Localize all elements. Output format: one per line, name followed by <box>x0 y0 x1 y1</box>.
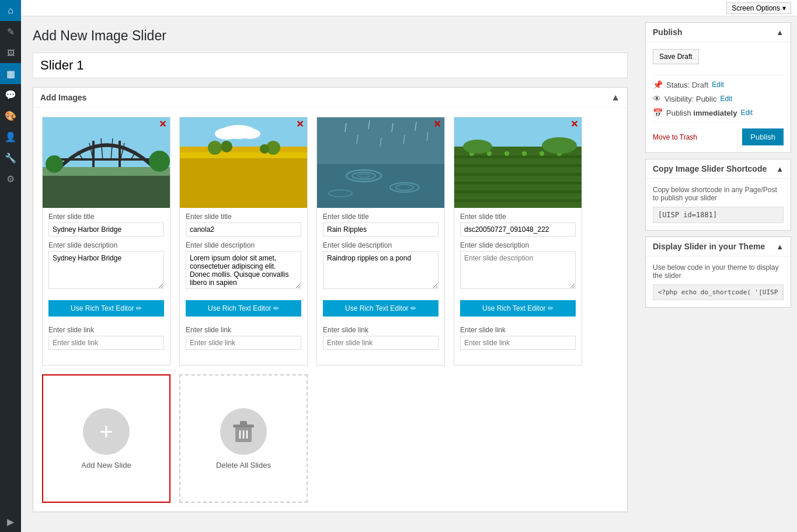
rte-button-3[interactable]: Use Rich Text Editor ✏ <box>323 300 438 317</box>
rte-button-2[interactable]: Use Rich Text Editor ✏ <box>186 300 301 317</box>
slide-remove-button-4[interactable]: ✕ <box>570 120 578 129</box>
visibility-eye-icon: 👁 <box>653 94 661 103</box>
comments-icon: 💬 <box>5 89 16 100</box>
add-new-slide-label: Add New Slide <box>81 461 131 470</box>
svg-rect-47 <box>454 190 582 193</box>
publish-actions-row: Move to Trash Publish <box>653 128 784 145</box>
slide-remove-button-2[interactable]: ✕ <box>296 120 304 129</box>
sidebar-item-settings[interactable]: ⚙ <box>0 168 21 189</box>
svg-point-52 <box>522 151 527 156</box>
slide-card: ✕ Enter slide title Enter slide descript… <box>179 117 308 366</box>
slide-link-input-4[interactable] <box>460 336 576 350</box>
slide-remove-button-1[interactable]: ✕ <box>159 120 166 129</box>
visibility-edit-link[interactable]: Edit <box>720 95 732 103</box>
slide-link-input-3[interactable] <box>323 336 438 350</box>
theme-code-value[interactable]: <?php echo do_shortcode( '[UISP id=1881 <box>653 284 784 300</box>
status-edit-link[interactable]: Edit <box>712 81 724 89</box>
screen-options-chevron-icon: ▾ <box>782 4 786 12</box>
dashboard-icon: ⌂ <box>8 5 13 16</box>
panel-body: ✕ Enter slide title Enter slide descript… <box>33 108 627 512</box>
svg-rect-44 <box>454 164 582 167</box>
theme-panel-collapse-icon[interactable]: ▲ <box>776 242 784 251</box>
visibility-row: 👁 Visibility: Public Edit <box>653 94 784 103</box>
sidebar-item-dashboard[interactable]: ⌂ <box>0 0 21 21</box>
slide-card: ✕ Enter slide title Enter slide descript… <box>454 117 582 366</box>
status-label: Status: Draft <box>666 81 708 89</box>
svg-point-12 <box>46 155 63 173</box>
publish-button[interactable]: Publish <box>742 128 784 145</box>
publish-time-edit-link[interactable]: Edit <box>740 109 753 117</box>
sidebar-item-collapse[interactable]: ▶ <box>0 511 21 532</box>
slide-title-label-2: Enter slide title <box>186 213 301 221</box>
sidebar-item-slider[interactable]: ▦ <box>0 63 21 84</box>
screen-options-button[interactable]: Screen Options ▾ <box>726 2 791 14</box>
slide-title-input-2[interactable] <box>186 222 301 237</box>
slide-card: ✕ Enter slide title Enter slide descript… <box>42 117 170 366</box>
content-area: Add New Image Slider Add Images ▲ <box>21 16 797 532</box>
sidebar-item-media[interactable]: 🖼 <box>0 42 21 63</box>
slide-desc-textarea-1[interactable]: Sydney Harbor Bridge <box>48 251 164 289</box>
visibility-value: Public <box>696 95 716 103</box>
svg-point-50 <box>487 151 492 156</box>
publish-panel-body: Save Draft 📌 Status: Draft Edit 👁 Visibi… <box>646 42 791 152</box>
visibility-label: Visibility: Public <box>664 95 716 103</box>
slide-desc-textarea-3[interactable]: Raindrop ripples on a pond <box>323 251 438 289</box>
slide-link-label-1: Enter slide link <box>48 326 164 334</box>
slide-image-3 <box>317 117 444 208</box>
move-to-trash-link[interactable]: Move to Trash <box>653 133 697 141</box>
publish-time-bold: immediately <box>693 109 737 117</box>
bridge-svg <box>43 117 170 208</box>
sidebar-item-posts[interactable]: ✎ <box>0 21 21 42</box>
publish-panel-header: Publish ▲ <box>646 23 791 42</box>
tools-icon: 🔧 <box>5 152 16 164</box>
svg-point-13 <box>149 151 170 172</box>
svg-point-53 <box>540 151 544 156</box>
slide-title-input-4[interactable] <box>460 222 576 237</box>
plus-icon: + <box>99 420 113 443</box>
shortcode-value[interactable]: [UISP id=1881] <box>653 207 784 223</box>
publish-panel: Publish ▲ Save Draft 📌 Status: Draft Edi… <box>645 22 791 153</box>
slider-title-input[interactable] <box>33 53 628 78</box>
shortcode-panel-body: Copy below shortcode in any Page/Post to… <box>646 179 791 230</box>
status-value: Draft <box>692 81 708 89</box>
sidebar-item-appearance[interactable]: 🎨 <box>0 105 21 126</box>
svg-point-55 <box>463 140 492 154</box>
shortcode-panel-collapse-icon[interactable]: ▲ <box>776 165 784 173</box>
slide-desc-textarea-2[interactable]: Lorem ipsum dolor sit amet, consectetuer… <box>186 251 301 289</box>
slide-link-input-2[interactable] <box>186 336 301 350</box>
add-new-slide-button[interactable]: + Add New Slide <box>42 374 170 503</box>
svg-rect-46 <box>454 182 582 185</box>
sidebar-item-tools[interactable]: 🔧 <box>0 147 21 168</box>
wp-admin-sidebar: ⌂ ✎ 🖼 ▦ 💬 🎨 👤 🔧 ⚙ ▶ <box>0 0 21 532</box>
shortcode-panel: Copy Image Slider Shortcode ▲ Copy below… <box>645 159 791 231</box>
shortcode-panel-title: Copy Image Slider Shortcode <box>653 164 767 173</box>
slide-link-area-2: Enter slide link <box>180 321 307 359</box>
farm-svg <box>454 117 582 208</box>
trash-icon <box>233 420 254 443</box>
rte-button-1[interactable]: Use Rich Text Editor ✏ <box>48 300 164 317</box>
slide-remove-button-3[interactable]: ✕ <box>433 120 441 129</box>
theme-panel-body: Use below code in your theme to display … <box>646 256 791 307</box>
svg-rect-43 <box>454 155 582 158</box>
slide-title-input-1[interactable] <box>48 222 164 237</box>
slide-image-2 <box>180 117 307 208</box>
settings-icon: ⚙ <box>6 173 15 185</box>
calendar-icon: 📅 <box>653 108 663 117</box>
add-circle-icon: + <box>83 408 130 455</box>
delete-all-slides-button[interactable]: Delete All Slides <box>179 374 308 503</box>
slide-title-input-3[interactable] <box>323 222 438 237</box>
sidebar-item-users[interactable]: 👤 <box>0 126 21 147</box>
slide-desc-label-3: Enter slide description <box>323 241 438 249</box>
slide-desc-textarea-4[interactable] <box>460 251 576 289</box>
publish-time-label: Publish immediately <box>666 109 737 117</box>
editor-area: Add New Image Slider Add Images ▲ <box>21 16 639 532</box>
slide-link-input-1[interactable] <box>48 336 164 350</box>
save-draft-button[interactable]: Save Draft <box>653 49 699 64</box>
publish-panel-collapse-icon[interactable]: ▲ <box>776 28 784 37</box>
panel-collapse-button[interactable]: ▲ <box>611 92 620 103</box>
theme-panel-header: Display Slider in your Theme ▲ <box>646 237 791 256</box>
sidebar-item-comments[interactable]: 💬 <box>0 84 21 105</box>
status-pin-icon: 📌 <box>653 80 663 89</box>
rte-button-4[interactable]: Use Rich Text Editor ✏ <box>460 300 576 317</box>
delete-circle-icon <box>220 408 267 455</box>
